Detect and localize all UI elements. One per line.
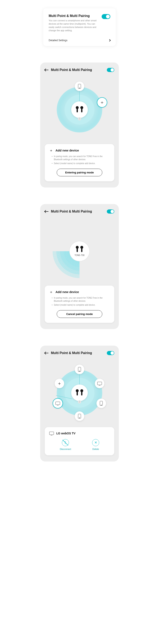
screen-pairing-scan: Multi Point & Multi Pairing TONE-T90 ＋ A… [40, 204, 119, 329]
info-icon[interactable]: i [78, 117, 81, 120]
setting-description: You can connect a smartphone and other s… [49, 19, 98, 32]
phone-icon [78, 84, 81, 88]
phone-icon [78, 367, 81, 372]
delete-button[interactable]: ✕ Delete [92, 439, 99, 450]
monitor-icon [49, 432, 54, 435]
add-device-card: ＋ Add new device In paring mode, you can… [45, 286, 114, 323]
back-icon[interactable] [45, 210, 48, 213]
device-radial-view: i ＋ [52, 366, 106, 420]
earbuds-icon [75, 389, 84, 396]
disconnect-label: Disconnect [60, 448, 71, 450]
plus-icon: ＋ [49, 148, 53, 152]
unlink-icon: ✕ [92, 439, 99, 446]
chevron-right-icon [108, 39, 110, 42]
screen-initial-pairing: Multi Point & Multi Pairing i [40, 62, 119, 188]
add-device-heading: Add new device [56, 148, 79, 152]
plus-icon: ＋ [57, 381, 62, 386]
screen-devices-overview: Multi Point & Multi Pairing i [40, 346, 119, 462]
device-slot-phone[interactable] [75, 412, 84, 421]
monitor-icon [97, 382, 102, 385]
device-slot-phone[interactable] [75, 82, 84, 91]
earbuds-center [71, 102, 88, 118]
cancel-pairing-button[interactable]: Cancel pairing mode [57, 310, 102, 318]
plus-icon: ＋ [49, 290, 53, 294]
add-device-heading: Add new device [56, 290, 79, 294]
earbuds-icon [75, 106, 84, 113]
add-device-button[interactable]: ＋ [55, 379, 64, 388]
multipoint-toggle[interactable] [107, 351, 114, 355]
multipoint-toggle[interactable] [107, 210, 114, 214]
monitor-icon [56, 402, 60, 405]
phone-icon [100, 401, 103, 406]
device-slot-monitor-selected[interactable] [53, 398, 62, 408]
earbuds-center [71, 384, 88, 401]
phone-icon [78, 414, 81, 418]
setting-title: Multi Point & Multi Pairing [49, 14, 98, 18]
disconnect-button[interactable]: ᛒ Disconnect [60, 439, 71, 450]
info-icon[interactable]: i [78, 400, 81, 404]
earbuds-icon [75, 246, 84, 253]
device-slot-phone[interactable] [75, 365, 84, 374]
instruction-bullet: In paring mode, you can search for TONE … [52, 155, 110, 161]
add-device-card: ＋ Add new device In paring mode, you can… [45, 144, 114, 181]
instruction-bullet: Select (model name) to complete add devi… [52, 162, 110, 165]
multipoint-toggle[interactable] [102, 14, 110, 19]
device-manage-card: LG webOS TV ᛒ Disconnect ✕ Delete [45, 427, 114, 455]
enter-pairing-button[interactable]: Entering pairing mode [57, 169, 102, 176]
page-title: Multi Point & Multi Pairing [51, 68, 104, 72]
back-icon[interactable] [45, 68, 48, 72]
delete-label: Delete [92, 448, 99, 450]
instruction-bullet: In paring mode, you can search for TONE … [52, 296, 110, 302]
bluetooth-off-icon: ᛒ [62, 439, 69, 446]
device-name: LG webOS TV [56, 432, 76, 435]
device-radial-view: i ＋ [52, 83, 106, 136]
detailed-settings-link[interactable]: Detailed Settings [49, 36, 110, 42]
pairing-radar: TONE-T90 [52, 224, 106, 278]
settings-summary-card: Multi Point & Multi Pairing You can conn… [43, 8, 116, 46]
device-slot-monitor[interactable] [95, 379, 104, 388]
plus-icon: ＋ [100, 100, 104, 105]
detailed-settings-label: Detailed Settings [49, 39, 68, 42]
device-slot-phone[interactable] [96, 398, 106, 408]
back-icon[interactable] [45, 352, 48, 354]
page-title: Multi Point & Multi Pairing [51, 210, 104, 213]
add-device-button[interactable]: ＋ [97, 98, 107, 107]
page-title: Multi Point & Multi Pairing [51, 351, 104, 355]
instruction-bullet: Select (model name) to complete add devi… [52, 304, 110, 306]
model-label: TONE-T90 [74, 254, 84, 256]
earbuds-center: TONE-T90 [70, 241, 90, 261]
multipoint-toggle[interactable] [107, 68, 114, 72]
